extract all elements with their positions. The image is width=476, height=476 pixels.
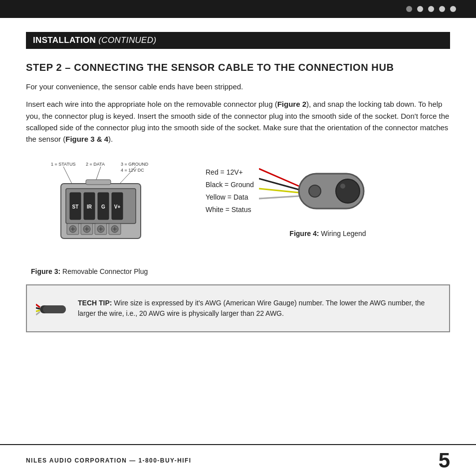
svg-rect-33 bbox=[86, 180, 111, 185]
svg-text:ST: ST bbox=[72, 204, 79, 210]
footer-company: NILES AUDIO CORPORATION — 1-800-BUY-HIFI bbox=[26, 457, 192, 464]
wire-icon bbox=[36, 291, 70, 325]
figure3-svg: 1 = STATUS 2 = DATA 3 = GROUND 4 = 12V D… bbox=[36, 159, 181, 258]
step-heading: STEP 2 – CONNECTING THE SENSOR CABLE TO … bbox=[26, 61, 450, 74]
section-header-continued: (CONTINUED) bbox=[98, 35, 156, 45]
tech-tip-text: TECH TIP: Wire size is expressed by it's… bbox=[78, 298, 440, 319]
svg-line-45 bbox=[36, 308, 40, 309]
figure2-ref: Figure 2 bbox=[277, 100, 306, 108]
svg-text:IR: IR bbox=[87, 204, 92, 210]
nav-dot-5 bbox=[450, 6, 456, 12]
svg-line-47 bbox=[36, 312, 40, 315]
wire-label-yellow: Yellow = Data bbox=[206, 192, 254, 203]
wire-label-red: Red = 12V+ bbox=[206, 167, 254, 178]
section-header-label: INSTALLATION bbox=[33, 35, 96, 45]
wire-label-white: White = Status bbox=[206, 205, 254, 215]
tech-tip-body: Wire size is expressed by it's AWG (Amer… bbox=[78, 299, 425, 318]
figure34-ref: Figure 3 & 4 bbox=[65, 135, 108, 143]
svg-line-46 bbox=[36, 310, 40, 311]
figure4-caption-text: Wiring Legend bbox=[319, 230, 366, 238]
figure3-caption-bold: Figure 3: bbox=[31, 267, 60, 275]
svg-point-40 bbox=[309, 185, 321, 197]
svg-text:3 = GROUND: 3 = GROUND bbox=[121, 162, 149, 167]
figure4-area: Red = 12V+ Black = Ground Yellow = Data … bbox=[196, 159, 450, 238]
figure3-caption-text: Removable Connector Plug bbox=[60, 267, 148, 275]
wire-label-black: Black = Ground bbox=[206, 180, 254, 190]
svg-text:G: G bbox=[101, 204, 105, 210]
svg-text:1 = STATUS: 1 = STATUS bbox=[51, 162, 75, 167]
section-header: INSTALLATION (CONTINUED) bbox=[26, 32, 450, 49]
figures-row: 1 = STATUS 2 = DATA 3 = GROUND 4 = 12V D… bbox=[26, 159, 450, 275]
nav-dot-4 bbox=[439, 6, 445, 12]
figure4-caption: Figure 4: Wiring Legend bbox=[289, 230, 366, 238]
footer-page-number: 5 bbox=[439, 450, 450, 471]
body-paragraph-2: Insert each wire into the appropriate ho… bbox=[26, 98, 450, 145]
figure3-caption: Figure 3: Removable Connector Plug bbox=[31, 267, 148, 275]
nav-dot-1 bbox=[406, 6, 412, 12]
figure4-svg bbox=[259, 159, 369, 224]
nav-dot-2 bbox=[417, 6, 423, 12]
tech-tip-label: TECH TIP: bbox=[78, 299, 112, 307]
figure3-diagram: 1 = STATUS 2 = DATA 3 = GROUND 4 = 12V D… bbox=[36, 159, 186, 263]
tech-tip-box: TECH TIP: Wire size is expressed by it's… bbox=[26, 284, 450, 332]
svg-rect-48 bbox=[43, 305, 66, 313]
svg-line-36 bbox=[259, 189, 299, 193]
svg-line-44 bbox=[36, 304, 40, 307]
figure3-area: 1 = STATUS 2 = DATA 3 = GROUND 4 = 12V D… bbox=[26, 159, 196, 275]
svg-point-41 bbox=[336, 179, 360, 203]
body-paragraph-1: For your convenience, the sensor cable e… bbox=[26, 81, 450, 92]
footer: NILES AUDIO CORPORATION — 1-800-BUY-HIFI… bbox=[0, 444, 476, 476]
svg-point-42 bbox=[340, 184, 345, 189]
figure4-diagram: Red = 12V+ Black = Ground Yellow = Data … bbox=[206, 159, 369, 224]
top-bar bbox=[0, 0, 476, 18]
svg-line-38 bbox=[259, 196, 299, 199]
figure4-caption-bold: Figure 4: bbox=[289, 230, 319, 238]
svg-line-4 bbox=[63, 167, 72, 184]
main-content: INSTALLATION (CONTINUED) STEP 2 – CONNEC… bbox=[0, 18, 476, 346]
svg-text:V+: V+ bbox=[114, 204, 121, 210]
wire-labels: Red = 12V+ Black = Ground Yellow = Data … bbox=[206, 167, 254, 215]
nav-dot-3 bbox=[428, 6, 434, 12]
svg-text:2 = DATA: 2 = DATA bbox=[86, 162, 105, 167]
